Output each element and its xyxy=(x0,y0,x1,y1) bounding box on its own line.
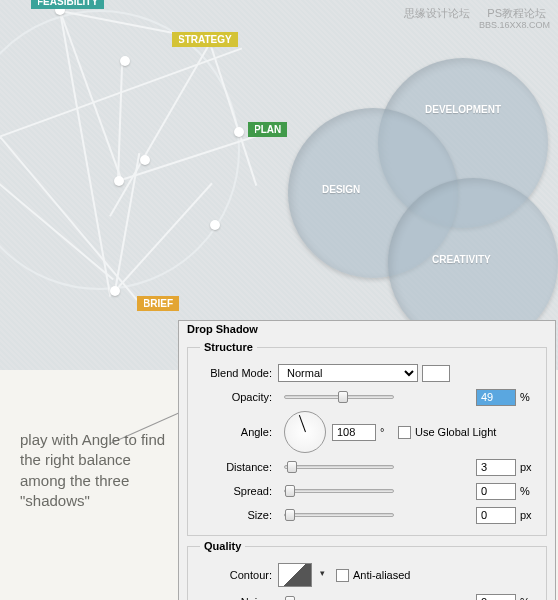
distance-input[interactable] xyxy=(476,459,516,476)
opacity-unit: % xyxy=(520,391,538,403)
distance-label: Distance: xyxy=(200,461,278,473)
noise-label: Noise: xyxy=(200,596,278,600)
global-light-checkbox[interactable] xyxy=(398,426,411,439)
tag-brief: BRIEF xyxy=(137,296,179,311)
network-node xyxy=(120,56,130,66)
angle-input[interactable] xyxy=(332,424,376,441)
size-label: Size: xyxy=(200,509,278,521)
venn-label-design: DESIGN xyxy=(322,184,360,195)
contour-label: Contour: xyxy=(200,569,278,581)
diagram-canvas: 思缘设计论坛 PS教程论坛 BBS.16XX8.COM FEASIBILITY … xyxy=(0,0,558,370)
opacity-input[interactable] xyxy=(476,389,516,406)
structure-legend: Structure xyxy=(200,341,257,353)
structure-group: Structure Blend Mode: Normal Opacity: % … xyxy=(187,341,547,536)
network-node xyxy=(114,176,124,186)
spread-unit: % xyxy=(520,485,538,497)
spread-input[interactable] xyxy=(476,483,516,500)
anti-aliased-label: Anti-aliased xyxy=(353,569,410,581)
distance-slider[interactable] xyxy=(284,465,394,469)
network-node xyxy=(140,155,150,165)
watermark-a: 思缘设计论坛 xyxy=(404,6,470,21)
tag-feasibility: FEASIBILITY xyxy=(31,0,104,9)
anti-aliased-checkbox[interactable] xyxy=(336,569,349,582)
angle-unit: ° xyxy=(380,426,398,438)
angle-label: Angle: xyxy=(200,426,278,438)
tag-plan: PLAN xyxy=(248,122,287,137)
lower-area: play with Angle to find the right balanc… xyxy=(0,370,558,600)
tag-strategy: STRATEGY xyxy=(172,32,238,47)
spread-slider[interactable] xyxy=(284,489,394,493)
opacity-label: Opacity: xyxy=(200,391,278,403)
watermark-b: PS教程论坛 xyxy=(487,6,546,21)
size-slider[interactable] xyxy=(284,513,394,517)
contour-picker[interactable] xyxy=(278,563,312,587)
network-node xyxy=(110,286,120,296)
opacity-slider[interactable] xyxy=(284,395,394,399)
network-node xyxy=(210,220,220,230)
shadow-color-swatch[interactable] xyxy=(422,365,450,382)
blend-mode-select[interactable]: Normal xyxy=(278,364,418,382)
distance-unit: px xyxy=(520,461,538,473)
quality-legend: Quality xyxy=(200,540,245,552)
venn-label-creativity: CREATIVITY xyxy=(432,254,491,265)
noise-input[interactable] xyxy=(476,594,516,601)
venn-label-development: DEVELOPMENT xyxy=(425,104,501,115)
annotation-text: play with Angle to find the right balanc… xyxy=(20,430,170,511)
spread-label: Spread: xyxy=(200,485,278,497)
noise-unit: % xyxy=(520,596,538,600)
panel-title: Drop Shadow xyxy=(187,323,547,335)
watermark-c: BBS.16XX8.COM xyxy=(479,20,550,30)
quality-group: Quality Contour: Anti-aliased Noise: % xyxy=(187,540,547,600)
angle-dial[interactable] xyxy=(284,411,326,453)
size-input[interactable] xyxy=(476,507,516,524)
global-light-label: Use Global Light xyxy=(415,426,496,438)
size-unit: px xyxy=(520,509,538,521)
blend-mode-label: Blend Mode: xyxy=(200,367,278,379)
drop-shadow-panel: Drop Shadow Structure Blend Mode: Normal… xyxy=(178,320,556,600)
